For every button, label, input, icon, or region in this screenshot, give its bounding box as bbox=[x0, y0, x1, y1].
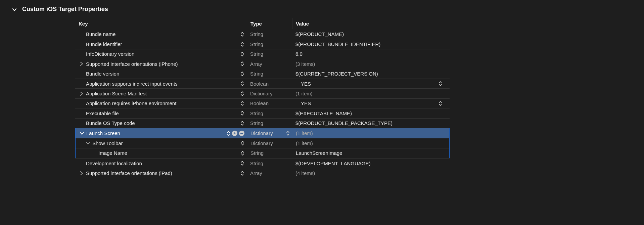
row-value[interactable]: (1 item) bbox=[292, 138, 449, 148]
updown-icon[interactable] bbox=[240, 171, 244, 176]
table-row[interactable]: Application Scene ManifestDictionary(1 i… bbox=[75, 88, 450, 98]
updown-icon[interactable] bbox=[439, 81, 442, 86]
value-label: $(EXECUTABLE_NAME) bbox=[295, 110, 352, 116]
key-controls bbox=[241, 150, 244, 156]
row-key[interactable]: Launch Screen bbox=[76, 128, 247, 138]
table-row[interactable]: Application supports indirect input even… bbox=[75, 79, 450, 88]
row-key[interactable]: Show Toolbar bbox=[76, 138, 247, 148]
row-key[interactable]: Application supports indirect input even… bbox=[75, 79, 247, 88]
row-key[interactable]: Bundle version bbox=[75, 69, 247, 79]
column-header-type[interactable]: Type bbox=[247, 18, 292, 29]
updown-icon[interactable] bbox=[240, 71, 244, 77]
type-label: Dictionary bbox=[250, 140, 273, 146]
type-label: String bbox=[250, 120, 263, 126]
row-type[interactable]: Boolean bbox=[247, 99, 292, 108]
updown-icon[interactable] bbox=[240, 91, 244, 96]
table-row[interactable]: Image NameStringLaunchScreenImage bbox=[76, 148, 449, 158]
column-header-value[interactable]: Value bbox=[292, 18, 450, 29]
row-key[interactable]: Bundle identifier bbox=[75, 39, 247, 49]
row-type[interactable]: String bbox=[247, 49, 292, 59]
table-row[interactable]: Launch ScreenDictionary(1 item) bbox=[76, 128, 449, 138]
row-key[interactable]: Bundle name bbox=[75, 29, 247, 39]
chevron-down-icon[interactable] bbox=[79, 131, 85, 135]
row-value[interactable]: $(PRODUCT_BUNDLE_IDENTIFIER) bbox=[292, 39, 450, 49]
row-key[interactable]: Image Name bbox=[76, 148, 247, 158]
updown-icon[interactable] bbox=[240, 32, 244, 37]
row-type[interactable]: Boolean bbox=[247, 79, 292, 88]
row-value[interactable]: (1 item) bbox=[292, 89, 450, 98]
remove-icon[interactable] bbox=[239, 131, 244, 136]
chevron-right-icon[interactable] bbox=[79, 171, 85, 175]
updown-icon[interactable] bbox=[240, 51, 244, 57]
updown-icon[interactable] bbox=[240, 110, 244, 116]
type-label: String bbox=[250, 71, 263, 77]
table-row[interactable]: Bundle versionString$(CURRENT_PROJECT_VE… bbox=[75, 69, 450, 79]
row-value[interactable]: YES bbox=[292, 99, 450, 108]
table-row[interactable]: Application requires iPhone environmentB… bbox=[75, 98, 450, 108]
table-row[interactable]: InfoDictionary versionString6.0 bbox=[75, 49, 450, 59]
table-row[interactable]: Executable fileString$(EXECUTABLE_NAME) bbox=[75, 108, 450, 118]
table-row[interactable]: Bundle nameString$(PRODUCT_NAME) bbox=[75, 29, 450, 39]
row-value[interactable]: $(PRODUCT_NAME) bbox=[292, 29, 450, 39]
row-value[interactable]: 6.0 bbox=[292, 49, 450, 59]
key-controls bbox=[240, 101, 244, 106]
row-value[interactable]: (1 item) bbox=[292, 128, 449, 138]
row-type[interactable]: Dictionary bbox=[247, 89, 292, 98]
key-label: Supported interface orientations (iPad) bbox=[86, 170, 172, 176]
type-label: Array bbox=[250, 61, 262, 67]
section-header[interactable]: Custom iOS Target Properties bbox=[0, 0, 644, 18]
row-type[interactable]: String bbox=[247, 159, 292, 168]
updown-icon[interactable] bbox=[240, 61, 244, 66]
row-type[interactable]: String bbox=[247, 39, 292, 49]
table-row[interactable]: Show ToolbarDictionary(1 item) bbox=[76, 138, 449, 148]
row-value[interactable]: $(PRODUCT_BUNDLE_PACKAGE_TYPE) bbox=[292, 119, 450, 128]
row-key[interactable]: Supported interface orientations (iPhone… bbox=[75, 59, 247, 69]
updown-icon[interactable] bbox=[240, 161, 244, 166]
updown-icon[interactable] bbox=[240, 101, 244, 106]
updown-icon[interactable] bbox=[241, 150, 244, 156]
updown-icon[interactable] bbox=[286, 131, 290, 136]
table-row[interactable]: Supported interface orientations (iPhone… bbox=[75, 59, 450, 69]
chevron-right-icon[interactable] bbox=[79, 92, 85, 96]
column-header-key[interactable]: Key bbox=[75, 18, 247, 29]
row-key[interactable]: Application requires iPhone environment bbox=[75, 99, 247, 108]
row-value[interactable]: $(CURRENT_PROJECT_VERSION) bbox=[292, 69, 450, 79]
row-type[interactable]: String bbox=[247, 108, 292, 118]
row-value[interactable]: $(DEVELOPMENT_LANGUAGE) bbox=[292, 159, 450, 168]
row-type[interactable]: String bbox=[247, 148, 292, 158]
row-type[interactable]: Array bbox=[247, 59, 292, 69]
table-row[interactable]: Bundle OS Type codeString$(PRODUCT_BUNDL… bbox=[75, 118, 450, 128]
row-key[interactable]: Executable file bbox=[75, 108, 247, 118]
key-label: Application requires iPhone environment bbox=[86, 100, 176, 106]
row-type[interactable]: Array bbox=[247, 168, 292, 178]
row-value[interactable]: YES bbox=[292, 79, 450, 88]
row-type[interactable]: String bbox=[247, 69, 292, 79]
row-key[interactable]: Application Scene Manifest bbox=[75, 89, 247, 98]
row-key[interactable]: Development localization bbox=[75, 159, 247, 168]
updown-icon[interactable] bbox=[241, 140, 244, 146]
value-controls bbox=[439, 81, 442, 86]
table-row[interactable]: Bundle identifierString$(PRODUCT_BUNDLE_… bbox=[75, 39, 450, 49]
chevron-down-icon[interactable] bbox=[85, 141, 91, 145]
add-icon[interactable] bbox=[232, 131, 237, 136]
updown-icon[interactable] bbox=[240, 81, 244, 86]
row-value[interactable]: LaunchScreenImage bbox=[292, 148, 449, 158]
table-row[interactable]: Supported interface orientations (iPad)A… bbox=[75, 168, 450, 178]
row-type[interactable]: String bbox=[247, 29, 292, 39]
updown-icon[interactable] bbox=[240, 121, 244, 126]
chevron-right-icon[interactable] bbox=[79, 62, 85, 66]
row-value[interactable]: $(EXECUTABLE_NAME) bbox=[292, 108, 450, 118]
row-value[interactable]: (3 items) bbox=[292, 59, 450, 69]
table-row[interactable]: Development localizationString$(DEVELOPM… bbox=[75, 158, 450, 168]
updown-icon[interactable] bbox=[439, 101, 442, 106]
row-type[interactable]: Dictionary bbox=[247, 138, 292, 148]
row-type[interactable]: Dictionary bbox=[247, 128, 292, 138]
row-value[interactable]: (4 items) bbox=[292, 168, 450, 178]
updown-icon[interactable] bbox=[240, 42, 244, 47]
row-key[interactable]: Bundle OS Type code bbox=[75, 119, 247, 128]
row-key[interactable]: Supported interface orientations (iPad) bbox=[75, 168, 247, 178]
updown-icon[interactable] bbox=[227, 131, 230, 136]
key-label: Application Scene Manifest bbox=[86, 91, 147, 96]
row-key[interactable]: InfoDictionary version bbox=[75, 49, 247, 59]
row-type[interactable]: String bbox=[247, 119, 292, 128]
